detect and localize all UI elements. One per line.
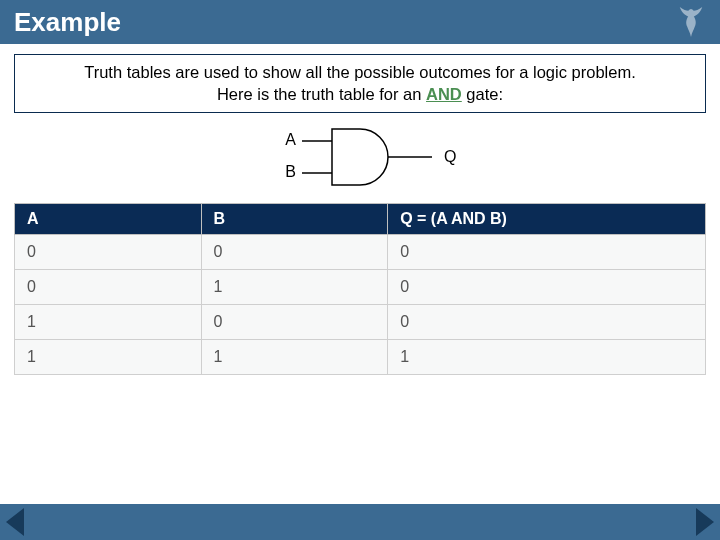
and-keyword: AND	[426, 85, 462, 103]
and-gate-shape	[332, 129, 388, 185]
table-header-row: A B Q = (A AND B)	[15, 203, 706, 234]
intro-line-1: Truth tables are used to show all the po…	[25, 61, 695, 83]
slide-footer	[0, 504, 720, 540]
diagram-label-b: B	[285, 163, 296, 180]
slide-header: Example	[0, 0, 720, 44]
prev-arrow-icon[interactable]	[6, 508, 24, 536]
intro-line-2: Here is the truth table for an AND gate:	[25, 83, 695, 105]
col-header-q: Q = (A AND B)	[388, 203, 706, 234]
next-arrow-icon[interactable]	[696, 508, 714, 536]
diagram-label-q: Q	[444, 148, 456, 165]
col-header-b: B	[201, 203, 388, 234]
col-header-a: A	[15, 203, 202, 234]
diagram-label-a: A	[285, 131, 296, 148]
truth-table: A B Q = (A AND B) 0 0 0 0 1 0 1 0 0 1 1 …	[14, 203, 706, 375]
table-row: 0 0 0	[15, 234, 706, 269]
table-row: 1 0 0	[15, 304, 706, 339]
page-title: Example	[14, 7, 121, 38]
table-row: 0 1 0	[15, 269, 706, 304]
and-gate-diagram: A B Q	[0, 121, 720, 193]
deer-logo-icon	[676, 5, 706, 39]
table-row: 1 1 1	[15, 339, 706, 374]
intro-text-box: Truth tables are used to show all the po…	[14, 54, 706, 113]
